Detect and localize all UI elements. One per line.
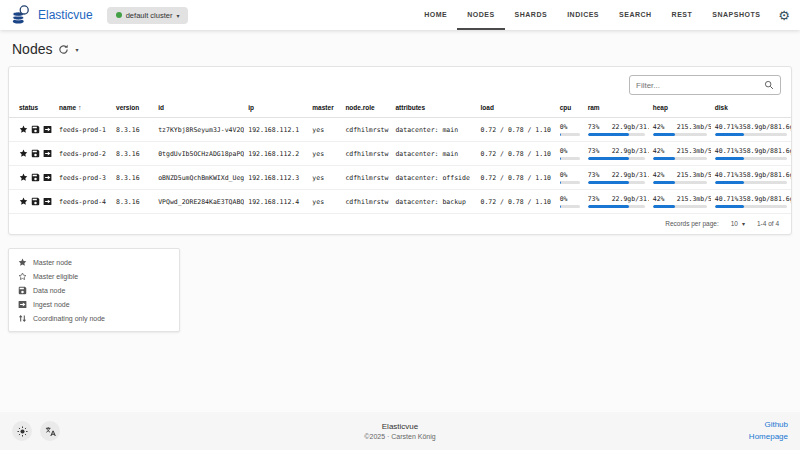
legend-label: Master eligible (33, 273, 78, 280)
nav-tab-snapshots[interactable]: SNAPSHOTS (702, 0, 770, 30)
cpu-usage: 0% (560, 195, 580, 208)
disk-usage: 40.71%358.9gb/881.6gb (715, 123, 787, 136)
heap-progress-bar (653, 133, 707, 136)
cpu-progress-bar (560, 181, 580, 184)
ram-progress-bar (588, 133, 645, 136)
filter-row (9, 67, 791, 101)
heap-usage: 42%215.3mb/512mb (653, 195, 707, 208)
legend-item: Master node (18, 255, 170, 269)
disk-progress-bar (715, 205, 787, 208)
ram-usage: 73%22.9gb/31.2gb (588, 171, 645, 184)
column-header-version[interactable]: version (112, 101, 154, 118)
cell-master: yes (308, 118, 341, 142)
cell-version: 8.3.16 (112, 118, 154, 142)
cell-master: yes (308, 190, 341, 214)
main-nav: HOMENODESSHARDSINDICESSEARCHRESTSNAPSHOT… (414, 0, 770, 30)
cell-id: oBNZD5umQchBmKWIXd_Ueg (154, 166, 244, 190)
cluster-selector-button[interactable]: default cluster ▾ (107, 7, 189, 24)
homepage-link[interactable]: Homepage (749, 431, 788, 443)
ingest-node-icon (43, 173, 52, 182)
refresh-button[interactable] (58, 44, 69, 55)
nav-tab-search[interactable]: SEARCH (609, 0, 662, 30)
legend-item: Data node (18, 283, 170, 297)
heap-progress-bar (653, 181, 707, 184)
cpu-progress-bar (560, 205, 580, 208)
nav-tab-shards[interactable]: SHARDS (505, 0, 558, 30)
column-header-node_role[interactable]: node.role (341, 101, 391, 118)
cell-node_role: cdfhilmrstw (341, 142, 391, 166)
cell-name: feeds-prod-2 (55, 142, 112, 166)
cell-cpu: 0% (556, 118, 584, 142)
topbar: Elasticvue default cluster ▾ HOMENODESSH… (0, 0, 800, 30)
elasticvue-logo-icon (10, 4, 32, 26)
table-row[interactable]: feeds-prod-18.3.16tz7KYbj8RSeyum3J-v4V2Q… (9, 118, 791, 142)
cell-heap: 42%215.3mb/512mb (649, 166, 711, 190)
pagination-bar: Records per page: 10 ▾ 1-4 of 4 (9, 214, 791, 234)
cpu-usage: 0% (560, 171, 580, 184)
records-per-page-select[interactable]: 10 ▾ (731, 220, 745, 227)
nav-tab-home[interactable]: HOME (414, 0, 457, 30)
nav-tab-rest[interactable]: REST (662, 0, 703, 30)
column-header-ram[interactable]: ram (584, 101, 649, 118)
column-header-cpu[interactable]: cpu (556, 101, 584, 118)
table-row[interactable]: feeds-prod-48.3.16VPQwd_2ORE284KaE3TQABQ… (9, 190, 791, 214)
nav-tab-nodes[interactable]: NODES (457, 0, 504, 30)
column-header-ip[interactable]: ip (244, 101, 308, 118)
ram-usage: 73%22.9gb/31.2gb (588, 123, 645, 136)
column-header-name[interactable]: name↑ (55, 101, 112, 118)
column-header-heap[interactable]: heap (649, 101, 711, 118)
cell-status (9, 118, 55, 142)
nodes-table: statusname↑versionidipmasternode.roleatt… (9, 101, 791, 214)
cluster-name: default cluster (126, 11, 173, 20)
github-link[interactable]: Github (749, 419, 788, 431)
page-header: Nodes ▾ (8, 37, 792, 66)
translate-icon (45, 426, 56, 437)
nav-tab-indices[interactable]: INDICES (557, 0, 609, 30)
ram-usage: 73%22.9gb/31.2gb (588, 147, 645, 160)
legend-item: Ingest node (18, 297, 170, 311)
column-header-id[interactable]: id (154, 101, 244, 118)
refresh-menu-chevron-icon[interactable]: ▾ (75, 46, 78, 53)
nodes-card: statusname↑versionidipmasternode.roleatt… (8, 66, 792, 235)
chevron-down-icon: ▾ (742, 220, 745, 227)
legend-label: Coordinating only node (33, 315, 105, 322)
cell-id: VPQwd_2ORE284KaE3TQABQ (154, 190, 244, 214)
master-eligible-icon (18, 272, 27, 281)
heap-usage: 42%215.3mb/512mb (653, 123, 707, 136)
cell-node_role: cdfhilmrstw (341, 190, 391, 214)
cell-load: 0.72 / 0.78 / 1.10 (477, 118, 556, 142)
table-row[interactable]: feeds-prod-28.3.160tgdUvIb5OCHzADG18paPQ… (9, 142, 791, 166)
column-header-master[interactable]: master (308, 101, 341, 118)
cell-master: yes (308, 142, 341, 166)
cell-node_role: cdfhilmrstw (341, 118, 391, 142)
language-button[interactable] (40, 421, 60, 441)
cell-heap: 42%215.3mb/512mb (649, 190, 711, 214)
coordinating-only-icon (18, 314, 27, 323)
filter-input[interactable] (636, 81, 764, 90)
filter-box (629, 75, 781, 95)
table-row[interactable]: feeds-prod-38.3.16oBNZD5umQchBmKWIXd_Ueg… (9, 166, 791, 190)
column-header-status[interactable]: status (9, 101, 55, 118)
theme-toggle-button[interactable] (12, 421, 32, 441)
cell-load: 0.72 / 0.78 / 1.10 (477, 142, 556, 166)
cell-attributes: datacenter: backup (391, 190, 476, 214)
settings-gear-icon[interactable]: ⚙ (778, 9, 790, 22)
data-node-icon (18, 286, 27, 295)
sort-ascending-icon: ↑ (78, 104, 82, 111)
cell-id: 0tgdUvIb5OCHzADG18paPQ (154, 142, 244, 166)
cell-ip: 192.168.112.4 (244, 190, 308, 214)
column-header-disk[interactable]: disk (711, 101, 791, 118)
cpu-usage: 0% (560, 147, 580, 160)
cell-name: feeds-prod-4 (55, 190, 112, 214)
cell-name: feeds-prod-3 (55, 166, 112, 190)
column-header-attributes[interactable]: attributes (391, 101, 476, 118)
disk-usage: 40.71%358.9gb/881.6gb (715, 171, 787, 184)
cell-heap: 42%215.3mb/512mb (649, 142, 711, 166)
cell-ip: 192.168.112.1 (244, 118, 308, 142)
column-header-load[interactable]: load (477, 101, 556, 118)
master-node-icon (19, 149, 28, 158)
cell-ram: 73%22.9gb/31.2gb (584, 142, 649, 166)
cell-heap: 42%215.3mb/512mb (649, 118, 711, 142)
master-node-icon (18, 258, 27, 267)
refresh-icon (58, 44, 69, 55)
